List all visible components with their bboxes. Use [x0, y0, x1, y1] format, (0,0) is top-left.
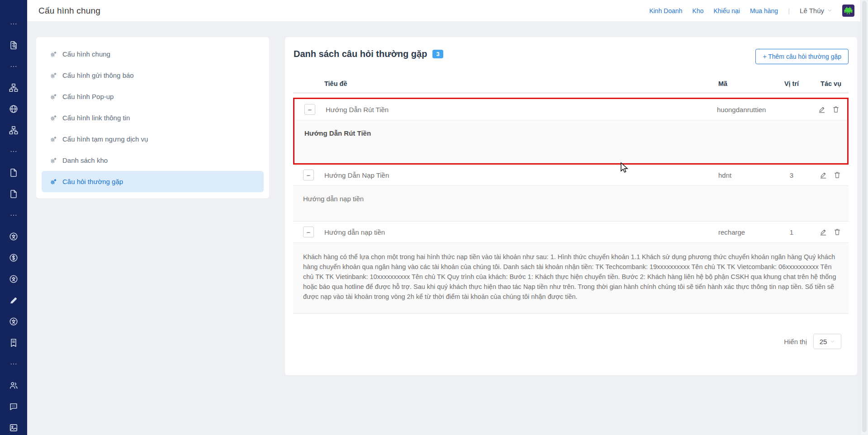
user-menu[interactable]: Lê Thúy	[800, 7, 832, 14]
menu-item-label: Cấu hình chung	[62, 50, 110, 58]
row-code: hdnt	[718, 171, 777, 179]
content: Cấu hình chung Cấu hình gửi thông báo Cấ…	[27, 21, 868, 435]
cogs-icon	[49, 50, 57, 58]
page-size-label: Hiển thị	[784, 338, 807, 345]
menu-item-cau-hinh-tam-ngung-dich-vu[interactable]: Cấu hình tạm ngưng dịch vụ	[42, 128, 264, 150]
chevron-down-icon	[830, 338, 835, 345]
sidebar-icon-list	[8, 8, 19, 435]
count-badge: 3	[432, 50, 443, 58]
page-title: Cấu hình chung	[38, 6, 100, 16]
faq-table: Tiêu đề Mã Vị trí Tác vụ − Hướng Dẫn Rút…	[293, 74, 849, 349]
chevron-down-icon	[827, 7, 832, 14]
collapse-toggle[interactable]: −	[304, 104, 315, 115]
menu-item-label: Danh sách kho	[62, 156, 108, 164]
file-search-icon[interactable]	[8, 39, 19, 51]
row-title: Hướng dẫn nạp tiền	[324, 228, 718, 236]
cogs-icon	[49, 135, 57, 143]
ellipsis-icon	[8, 61, 19, 72]
ellipsis-icon	[8, 209, 19, 221]
sidebar-expand-button[interactable]	[0, 0, 27, 8]
row-actions	[805, 105, 840, 113]
faq-row: − Hướng Dẫn Nạp Tiền hdnt 3 Hướng dẫn nạ…	[293, 165, 849, 222]
language-icon[interactable]	[8, 231, 19, 242]
row-expanded-content: Hướng dẫn nạp tiền	[293, 185, 849, 222]
row-code: huongdanruttien	[717, 106, 776, 113]
page-size-select[interactable]: 25	[813, 334, 841, 349]
cogs-icon	[49, 113, 57, 122]
row-title: Hướng Dẫn Rút Tiền	[326, 106, 717, 113]
row-position: 1	[777, 228, 806, 236]
scrollbar-thumb[interactable]	[862, 1, 867, 432]
faq-card: Danh sách câu hỏi thường gặp 3 + Thêm câ…	[285, 37, 857, 375]
faq-card-header: Danh sách câu hỏi thường gặp 3 + Thêm câ…	[293, 49, 849, 64]
table-header-row: Tiêu đề Mã Vị trí Tác vụ	[293, 74, 849, 93]
menu-item-label: Câu hỏi thường gặp	[62, 178, 123, 185]
edit-icon[interactable]	[819, 171, 827, 179]
nav-link-kinh-doanh[interactable]: Kinh Doanh	[649, 7, 682, 14]
file-icon[interactable]	[8, 188, 19, 200]
menu-item-danh-sach-kho[interactable]: Danh sách kho	[42, 150, 264, 171]
delete-icon[interactable]	[833, 228, 841, 236]
users-icon[interactable]	[8, 379, 19, 391]
delete-icon[interactable]	[832, 105, 840, 113]
menu-item-label: Cấu hình tạm ngưng dịch vụ	[62, 135, 148, 143]
faq-row: − Hướng dẫn nạp tiền recharge 1 Khách hà…	[293, 222, 849, 314]
row-expanded-content: Khách hàng có thể lựa chọn một trong hai…	[293, 242, 849, 314]
ellipsis-icon	[8, 358, 19, 370]
menu-item-cau-hoi-thuong-gap[interactable]: Câu hỏi thường gặp	[42, 171, 264, 192]
row-actions	[806, 171, 841, 179]
menu-item-label: Cấu hình Pop-up	[62, 93, 114, 100]
file-icon[interactable]	[8, 167, 19, 179]
cogs-icon	[49, 156, 57, 165]
faq-title: Danh sách câu hỏi thường gặp	[294, 49, 427, 59]
cogs-icon	[49, 92, 57, 101]
sitemap-icon[interactable]	[8, 82, 19, 94]
settings-menu-card: Cấu hình chung Cấu hình gửi thông báo Cấ…	[36, 37, 269, 199]
column-header-position: Vị trí	[777, 80, 806, 87]
delete-icon[interactable]	[833, 171, 841, 179]
row-code: recharge	[718, 228, 777, 236]
nav-link-kho[interactable]: Kho	[693, 7, 704, 14]
menu-item-label: Cấu hình link thông tin	[62, 114, 130, 122]
faq-row-highlighted: − Hướng Dẫn Rút Tiền huongdanruttien Hướ…	[293, 98, 849, 165]
page-size-value: 25	[820, 338, 827, 345]
faq-content-text: Hướng Dẫn Rút Tiền	[304, 129, 371, 137]
photo-icon[interactable]	[8, 422, 19, 434]
menu-item-cau-hinh-chung[interactable]: Cấu hình chung	[42, 43, 264, 65]
row-actions	[806, 228, 841, 236]
edit-icon[interactable]	[818, 105, 826, 113]
collapse-toggle[interactable]: −	[303, 170, 314, 180]
table-row: − Hướng Dẫn Nạp Tiền hdnt 3	[293, 165, 849, 185]
menu-item-cau-hinh-link-thong-tin[interactable]: Cấu hình link thông tin	[42, 107, 264, 128]
top-navigation: Kinh Doanh Kho Khiếu nại Mua hàng | Lê T…	[649, 5, 854, 17]
nav-link-khieu-nai[interactable]: Khiếu nại	[713, 7, 740, 14]
icon-sidebar	[0, 0, 27, 435]
language-icon[interactable]	[8, 273, 19, 285]
collapse-toggle[interactable]: −	[303, 227, 314, 237]
avatar[interactable]	[842, 5, 854, 17]
chat-icon[interactable]	[8, 401, 19, 412]
column-header-title: Tiêu đề	[324, 80, 718, 87]
menu-item-cau-hinh-pop-up[interactable]: Cấu hình Pop-up	[42, 86, 264, 107]
language-icon[interactable]	[8, 316, 19, 327]
add-faq-button[interactable]: + Thêm câu hỏi thường gặp	[755, 49, 849, 64]
column-header-code: Mã	[718, 80, 777, 87]
table-row: − Hướng dẫn nạp tiền recharge 1	[293, 222, 849, 242]
sitemap-icon[interactable]	[8, 124, 19, 136]
coin-dollar-icon[interactable]	[8, 252, 19, 264]
voucher-icon[interactable]	[8, 337, 19, 349]
column-header-actions: Tác vụ	[806, 80, 841, 87]
nav-divider: |	[788, 7, 790, 14]
pen-icon[interactable]	[8, 294, 19, 306]
globe-icon[interactable]	[8, 103, 19, 115]
app: Cấu hình chung Kinh Doanh Kho Khiếu nại …	[0, 0, 868, 435]
faq-content-text: Khách hàng có thể lựa chọn một trong hai…	[303, 253, 836, 300]
nav-link-mua-hang[interactable]: Mua hàng	[750, 7, 778, 14]
ellipsis-icon	[8, 18, 19, 30]
row-expanded-content: Hướng Dẫn Rút Tiền	[294, 120, 847, 163]
ellipsis-icon	[8, 146, 19, 157]
menu-item-cau-hinh-gui-thong-bao[interactable]: Cấu hình gửi thông báo	[42, 65, 264, 86]
edit-icon[interactable]	[819, 228, 827, 236]
table-footer: Hiển thị 25	[293, 334, 849, 349]
page-scrollbar[interactable]	[860, 0, 868, 435]
